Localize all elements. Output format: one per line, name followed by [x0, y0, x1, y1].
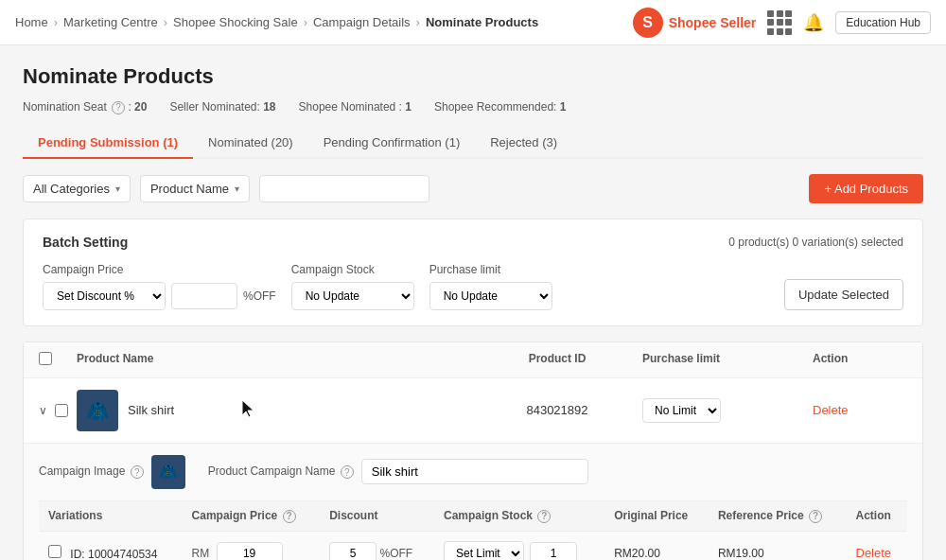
- cursor-arrow-icon: [240, 398, 257, 419]
- campaign-price-row: Set Discount % %OFF: [43, 282, 276, 310]
- product-action-cell: Delete: [813, 403, 907, 417]
- category-dropdown-arrow-icon: ▾: [115, 184, 120, 194]
- tab-nominated[interactable]: Nominated (20): [193, 128, 308, 159]
- shopee-icon: S: [633, 8, 663, 38]
- select-all-checkbox[interactable]: [39, 352, 52, 365]
- home-link[interactable]: Home: [15, 15, 48, 29]
- purchase-limit-group: Purchase limit No Update: [429, 263, 552, 310]
- delete-product-button[interactable]: Delete: [813, 403, 849, 417]
- page-title: Nominate Products: [23, 64, 923, 89]
- purchase-limit-row: No Update: [429, 282, 552, 310]
- stock-option-select[interactable]: Set Limit: [444, 541, 524, 560]
- action-header: Action: [813, 352, 907, 368]
- stock-qty-input[interactable]: [530, 542, 577, 560]
- stats-row: Nomination Seat ? : 20 Seller Nominated:…: [23, 100, 923, 114]
- nomination-seat-help-icon[interactable]: ?: [112, 101, 125, 114]
- batch-fields: Campaign Price Set Discount % %OFF Campa…: [43, 263, 903, 310]
- update-selected-button[interactable]: Update Selected: [784, 279, 903, 310]
- expand-row-button[interactable]: ∨: [39, 404, 47, 417]
- purchase-limit-label: Purchase limit: [429, 263, 552, 276]
- product-id-header: Product ID: [472, 352, 642, 368]
- nomination-seat-stat: Nomination Seat ? : 20: [23, 100, 147, 114]
- campaign-details-link[interactable]: Campaign Details: [313, 15, 411, 29]
- shopee-recommended-stat: Shopee Recommended: 1: [434, 100, 566, 114]
- top-navigation: Home › Marketing Centre › Shopee Shockin…: [0, 0, 946, 45]
- marketing-centre-link[interactable]: Marketing Centre: [63, 15, 158, 29]
- variation-off-label: %OFF: [379, 547, 412, 560]
- category-dropdown[interactable]: All Categories ▾: [23, 175, 131, 202]
- product-name-dropdown[interactable]: Product Name ▾: [140, 175, 250, 202]
- discount-percent-input[interactable]: [171, 283, 237, 309]
- product-thumbnail: 🧥: [77, 390, 118, 431]
- tabs-bar: Pending Submission (1) Nominated (20) Pe…: [23, 128, 923, 159]
- variation-stock-cell: Set Limit: [434, 531, 604, 560]
- campaign-stock-row: Set Limit: [444, 541, 595, 560]
- variation-id-cell: ID: 10004740534: [39, 531, 183, 560]
- original-price-col-header: Original Price: [604, 500, 709, 531]
- shopee-nominated-stat: Shopee Nominated : 1: [299, 100, 412, 114]
- product-detail-row: Campaign Image ? 🧥 Product Campaign Name…: [24, 443, 922, 560]
- product-name-dropdown-arrow-icon: ▾: [235, 184, 239, 194]
- seller-nominated-stat: Seller Nominated: 18: [169, 100, 275, 114]
- variation-checkbox[interactable]: [48, 545, 61, 558]
- variation-discount-input[interactable]: [329, 542, 377, 560]
- grid-menu-icon[interactable]: [767, 10, 792, 35]
- campaign-image-cell: Campaign Image ? 🧥: [39, 455, 185, 489]
- shopee-shocking-sale-link[interactable]: Shopee Shocking Sale: [173, 15, 298, 29]
- nav-right: S Shopee Seller 🔔 Education Hub: [633, 8, 931, 38]
- add-products-button[interactable]: + Add Products: [809, 174, 923, 203]
- variation-price-input[interactable]: [217, 542, 283, 560]
- filter-row: All Categories ▾ Product Name ▾ + Add Pr…: [23, 174, 923, 203]
- campaign-image-label: Campaign Image ?: [39, 464, 144, 479]
- current-page: Nominate Products: [426, 15, 538, 29]
- action-col-header: Action: [847, 500, 908, 531]
- purchase-limit-cell: No Limit: [642, 398, 813, 423]
- off-label: %OFF: [243, 289, 276, 303]
- main-content: Nominate Products Nomination Seat ? : 20…: [0, 45, 946, 560]
- campaign-price-help-icon[interactable]: ?: [283, 510, 296, 523]
- purchase-limit-dropdown[interactable]: No Limit: [642, 398, 721, 423]
- reference-price-help-icon[interactable]: ?: [809, 510, 822, 523]
- variation-price-cell: RM: [183, 531, 321, 560]
- tab-pending-confirmation[interactable]: Pending Confirmation (1): [308, 128, 476, 159]
- product-id-cell: 843021892: [472, 403, 642, 417]
- product-expand-cell: ∨: [39, 404, 77, 417]
- campaign-price-group: Campaign Price Set Discount % %OFF: [43, 263, 276, 310]
- delete-variation-button[interactable]: Delete: [856, 546, 892, 560]
- batch-header: Batch Setting 0 product(s) 0 variation(s…: [43, 235, 903, 250]
- purchase-limit-header: Purchase limit: [642, 352, 813, 368]
- batch-selected-count: 0 product(s) 0 variation(s) selected: [728, 236, 903, 249]
- product-checkbox[interactable]: [55, 404, 68, 417]
- campaign-info-row: Campaign Image ? 🧥 Product Campaign Name…: [39, 455, 907, 500]
- purchase-limit-select[interactable]: No Update: [429, 282, 552, 310]
- campaign-stock-select[interactable]: No Update: [291, 282, 414, 310]
- price-prefix-label: RM: [192, 547, 210, 560]
- notification-bell-icon[interactable]: 🔔: [803, 12, 824, 33]
- variation-row: ID: 10004740534 RM %OFF: [39, 531, 907, 560]
- product-name-header: Product Name: [77, 352, 472, 368]
- variation-discount-cell: %OFF: [320, 531, 434, 560]
- campaign-stock-group: Campaign Stock No Update: [291, 263, 414, 310]
- campaign-stock-help-icon[interactable]: ?: [537, 510, 551, 523]
- tab-pending-submission[interactable]: Pending Submission (1): [23, 128, 193, 159]
- campaign-price-select[interactable]: Set Discount %: [43, 282, 166, 310]
- product-name-text: Silk shirt: [128, 403, 174, 417]
- tab-rejected[interactable]: Rejected (3): [475, 128, 572, 159]
- product-row-main: ∨ 🧥 Silk shirt 843021892: [24, 378, 922, 443]
- campaign-name-help-icon[interactable]: ?: [341, 465, 354, 479]
- discount-col-header: Discount: [320, 500, 434, 531]
- campaign-image-help-icon[interactable]: ?: [131, 465, 144, 479]
- reference-price-col-header: Reference Price ?: [709, 500, 847, 531]
- checkbox-header: [39, 352, 77, 368]
- product-search-input[interactable]: [259, 175, 429, 202]
- product-row: ∨ 🧥 Silk shirt 843021892: [24, 378, 922, 560]
- education-hub-button[interactable]: Education Hub: [835, 11, 931, 34]
- table-header-row: Product Name Product ID Purchase limit A…: [24, 342, 922, 378]
- campaign-name-input[interactable]: [361, 459, 588, 484]
- shopee-logo: S Shopee Seller: [633, 8, 757, 38]
- campaign-price-col-header: Campaign Price ?: [183, 500, 321, 531]
- variation-reference-price-cell: RM19.00: [709, 531, 847, 560]
- variation-original-price-cell: RM20.00: [604, 531, 709, 560]
- cursor-indicator: [240, 398, 257, 422]
- campaign-name-cell: Product Campaign Name ?: [208, 459, 588, 484]
